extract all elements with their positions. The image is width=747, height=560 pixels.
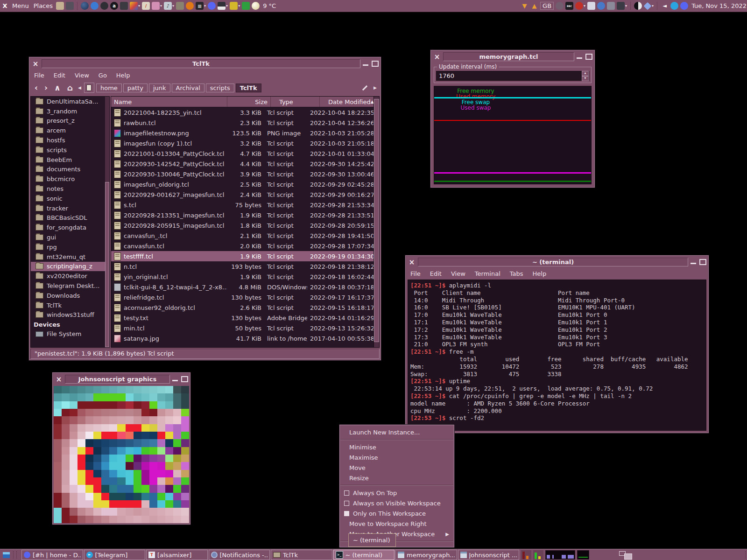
weather-temp[interactable]: 9 °C xyxy=(261,2,277,9)
keyboard-layout-indicator[interactable]: GB xyxy=(540,2,554,10)
show-desktop-button[interactable] xyxy=(1,550,11,560)
pathbar-scroll-right-icon[interactable]: ▶ xyxy=(373,83,378,93)
workspace-switcher[interactable] xyxy=(618,550,634,560)
memory-meter-applet[interactable] xyxy=(533,550,543,560)
weather-icon[interactable] xyxy=(252,2,260,10)
taskbar-button-notifications[interactable]: [Notifications -... xyxy=(209,550,270,560)
terminal-menu-terminal[interactable]: Terminal xyxy=(475,270,500,277)
cpu-graph-applet[interactable] xyxy=(577,550,589,560)
menu-button[interactable]: Menu xyxy=(11,2,30,9)
file-manager-launcher-icon[interactable] xyxy=(56,2,64,10)
column-header-type[interactable]: Type xyxy=(276,98,319,105)
notepad-icon[interactable]: / xyxy=(142,2,150,10)
file-row-satanya-jpg[interactable]: satanya.jpg41.7 KiBlink to /home/patty20… xyxy=(111,333,374,343)
file-row-s-tcl[interactable]: s.tcl75 bytesTcl script2022-09-28 21:53:… xyxy=(111,200,374,210)
file-row-acornuser92-oldorig-tcl[interactable]: acornuser92_oldorig.tcl2.6 KiBTcl script… xyxy=(111,302,374,313)
workspace-thumbnail-active[interactable] xyxy=(624,553,632,560)
firefox-icon[interactable] xyxy=(81,2,89,10)
maximize-icon[interactable] xyxy=(181,376,188,382)
midi-keyboard-chevron-icon[interactable]: ▾ xyxy=(238,4,240,8)
fm-menu-file[interactable]: File xyxy=(34,72,44,79)
close-icon[interactable]: × xyxy=(433,53,441,61)
taskbar-button-memorygraph[interactable]: memorygraph.... xyxy=(395,550,457,560)
terminal-menu-tabs[interactable]: Tabs xyxy=(510,270,523,277)
path-button-junk[interactable]: junk xyxy=(149,84,170,92)
sidebar-item-tracker[interactable]: tracker xyxy=(31,203,109,213)
sidebar-item-scriptinglang-z[interactable]: scriptinglang_z xyxy=(31,262,109,272)
column-header-date-modified[interactable]: Date Modified▲ xyxy=(325,98,374,105)
taskbar-button-alsamixer[interactable]: [alsamixer] xyxy=(146,550,208,560)
places-button[interactable]: Places xyxy=(32,2,54,9)
sidebar-item-telegram-deskt[interactable]: Telegram Deskt... xyxy=(31,281,109,291)
column-header-name[interactable]: Name xyxy=(111,98,227,105)
package-icon[interactable] xyxy=(176,2,184,10)
file-row-imagefiletestnow-png[interactable]: imagefiletestnow.png123.5 KiBPNG image20… xyxy=(111,128,374,138)
path-button-home[interactable]: home xyxy=(96,84,122,92)
diamond-icon[interactable] xyxy=(644,2,652,10)
diamond-chevron-icon[interactable]: ▾ xyxy=(652,4,654,8)
file-row-n-tcl[interactable]: n.tcl193 bytesTcl script2022-09-18 21:38… xyxy=(111,261,374,272)
taskbar-button-telegram[interactable]: [Telegram] xyxy=(84,550,146,560)
sidebar-item-notes[interactable]: notes xyxy=(31,184,109,194)
midi-keyboard-icon[interactable] xyxy=(230,2,238,10)
flower-chevron-icon[interactable]: ▾ xyxy=(160,4,162,8)
sidebar-item-mt32emu-qt[interactable]: mt32emu_qt xyxy=(31,252,109,262)
graphics-titlebar[interactable]: × Johnsonscript graphics xyxy=(53,373,190,385)
sidebar-item-3-random[interactable]: 3_random xyxy=(31,106,109,116)
taskbar-button-johnsonscript[interactable]: Johnsonscript ... xyxy=(458,550,520,560)
menu-item-always-on-visible-workspace[interactable]: Always on Visible Workspace xyxy=(340,498,454,508)
column-separator[interactable] xyxy=(227,97,233,107)
sidebar-item-for-songdata[interactable]: for_songdata xyxy=(31,223,109,232)
file-row-20220928-205915-imagesfun-tcl[interactable]: 20220928-205915_imagesfun.tcl1.8 KiBTcl … xyxy=(111,220,374,231)
planet-icon[interactable] xyxy=(575,2,583,10)
sidebar-scrollbar[interactable] xyxy=(105,97,109,347)
computer-chevron-icon[interactable]: ▾ xyxy=(625,4,627,8)
fm-menu-edit[interactable]: Edit xyxy=(54,72,65,79)
sidebar-item-bbcmicro[interactable]: bbcmicro xyxy=(31,174,109,184)
clock[interactable]: Tue, Nov 15, 2022 xyxy=(690,2,747,9)
file-row-imagesfun-copy-1-tcl[interactable]: imagesfun (copy 1).tcl3.2 KiBTcl script2… xyxy=(111,138,374,148)
close-icon[interactable]: × xyxy=(31,60,40,68)
interval-value[interactable]: 1760 xyxy=(437,72,582,79)
spin-up-icon[interactable]: ▲ xyxy=(582,71,589,76)
file-row-20221001-013304-pattyclock-tcl[interactable]: 20221001-013304_PattyClock.tcl4.7 KiBTcl… xyxy=(111,148,374,159)
taskbar-button-terminal[interactable]: ~ (terminal) xyxy=(333,550,395,560)
list-scrollbar[interactable] xyxy=(374,96,380,348)
back-button[interactable]: ‹ xyxy=(32,83,40,93)
video-icon[interactable]: ▦ xyxy=(196,2,204,10)
computer-icon[interactable] xyxy=(617,2,625,10)
file-row-min-tcl[interactable]: min.tcl50 bytesTcl script2022-09-13 15:2… xyxy=(111,323,374,333)
path-button-scripts[interactable]: scripts xyxy=(206,84,234,92)
flower-icon[interactable] xyxy=(152,2,160,10)
interval-spinbox[interactable]: 1760 ▲ ▼ xyxy=(436,71,589,81)
tool-icon[interactable] xyxy=(597,2,605,10)
sidebar-item-tcltk[interactable]: TclTk xyxy=(31,301,109,310)
fm-menu-go[interactable]: Go xyxy=(99,72,107,79)
file-row-imagesfun-oldorig-tcl[interactable]: imagesfun_oldorig.tcl2.5 KiBTcl script20… xyxy=(111,179,374,189)
close-icon[interactable]: × xyxy=(55,376,63,383)
maximize-icon[interactable] xyxy=(699,259,706,265)
file-row-20220930-130046-pattyclock-tcl[interactable]: 20220930-130046_PattyClock.tcl3.9 KiBTcl… xyxy=(111,169,374,179)
column-separator[interactable] xyxy=(270,97,276,107)
sidebar-item-file-system[interactable]: File System xyxy=(31,329,109,339)
file-row-canvasfun-tcl[interactable]: canvasfun.tcl2.0 KiBTcl script2022-09-28… xyxy=(111,241,374,251)
yin-yang-icon[interactable] xyxy=(634,2,642,10)
file-row-tclkit-gui-8-6-12-twapi-4-7-2-x8[interactable]: tclkit-gui-8_6_12-twapi-4_7_2-x8...4.8 M… xyxy=(111,282,374,292)
window-list-icon[interactable] xyxy=(607,2,615,10)
minimize-icon[interactable] xyxy=(172,376,178,383)
home-button[interactable]: ⌂ xyxy=(65,83,75,93)
discord-icon[interactable] xyxy=(208,2,216,10)
thunderbird-icon[interactable] xyxy=(91,2,99,10)
fm-menu-help[interactable]: Help xyxy=(116,72,130,79)
terminal-menu-help[interactable]: Help xyxy=(533,270,547,277)
sidebar-item-windows31stuff[interactable]: windows31stuff xyxy=(31,310,109,320)
network-graph-applet[interactable] xyxy=(545,550,575,560)
menu-item-move-to-workspace-right[interactable]: Move to Workspace Right xyxy=(340,518,454,529)
file-row-20220929-001627-imagesfun-tcl[interactable]: 20220929-001627_imagesfun.tcl2.4 KiBTcl … xyxy=(111,189,374,200)
screen-launcher-icon[interactable] xyxy=(66,2,74,10)
arrow-down-icon[interactable]: ▼ xyxy=(521,2,529,10)
file-row-yin-original-tcl[interactable]: yin_original.tcl1.9 KiBTcl script2022-09… xyxy=(111,272,374,282)
file-row-rawbun-tcl[interactable]: rawbun.tcl2.3 KiBTcl script2022-10-04 12… xyxy=(111,118,374,128)
minimize-icon[interactable] xyxy=(362,61,369,67)
scrollbar-thumb[interactable] xyxy=(374,99,379,342)
